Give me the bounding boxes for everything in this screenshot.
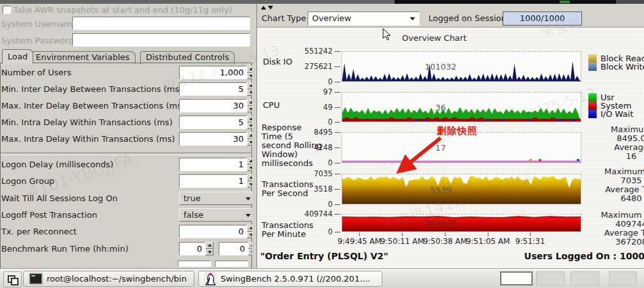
response-time-stats: Maximum8495.0Average16 — [589, 125, 644, 161]
splitter-collapse-down-icon[interactable] — [268, 6, 273, 10]
chart-type-label: Chart Type — [262, 13, 306, 23]
tpm-y-axis: 4097440 — [290, 214, 338, 232]
legend-label: I/O Wait — [601, 109, 633, 119]
stat-line: 367208 — [589, 238, 644, 246]
chart-label-disk-io: Disk IO — [263, 57, 292, 66]
x-axis-label: 9:50:38 AM — [423, 237, 467, 246]
field-label: Max. Intra Delay Within Transactions (ms… — [1, 134, 175, 144]
tab-label: Environment Variables — [36, 52, 130, 62]
field-label: Number of Users — [1, 68, 71, 77]
stat-line: 6480 — [589, 194, 644, 203]
system-password-input[interactable] — [72, 33, 250, 47]
field-label: Logon Group — [1, 176, 54, 186]
show-desktop-button[interactable] — [3, 271, 22, 287]
chart-type-combo[interactable]: Overview — [308, 11, 420, 26]
run-time-hours-spinner[interactable] — [205, 242, 214, 255]
taskbar-item-swingbench[interactable]: SwingBench 2.5.0.971 (//200.201.... — [198, 271, 382, 287]
window-edge-green-fragment — [560, 1, 570, 3]
charts-panel: Chart Type Overview Logged on Sessions 1… — [256, 4, 644, 268]
y-tick-label: 0 — [328, 118, 333, 126]
users-logged-on: Users Logged On : 1000 — [524, 251, 644, 261]
tx-per-reconnect-spinner[interactable] — [247, 225, 252, 238]
chevron-down-icon — [246, 197, 251, 201]
combo-value: false — [184, 210, 203, 220]
system-username-label: System Username — [1, 19, 77, 29]
stat-line: 409744 — [589, 220, 644, 229]
windows-icon — [11, 278, 19, 285]
wait-till-all-sessions-combo[interactable]: true — [179, 192, 252, 205]
logon-group-input[interactable] — [179, 174, 247, 188]
workspace-1-button[interactable] — [500, 271, 533, 285]
y-tick-label: 8495 — [314, 128, 333, 136]
awr-snapshots-checkbox[interactable] — [3, 6, 11, 14]
form-row-logoff-post-tx: Logoff Post Transaction false — [1, 208, 251, 223]
terminal-icon — [29, 273, 43, 285]
taskbar-item-terminal[interactable]: root@localhost:~/swingbench/bin — [23, 271, 194, 287]
workspace-2-button[interactable] — [536, 271, 565, 285]
min-inter-delay-input[interactable] — [179, 82, 247, 96]
max-intra-delay-spinner[interactable] — [247, 132, 252, 146]
block-write-swatch — [588, 63, 597, 71]
logon-delay-input[interactable] — [179, 158, 247, 171]
combo-value: true — [184, 193, 201, 203]
x-axis-label: 9:51:05 AM — [466, 237, 510, 246]
chevron-down-icon — [246, 214, 251, 217]
splitter-collapse-up-icon[interactable] — [261, 6, 266, 10]
tpm-stats: Maximum TPM409744Average TPM367208 — [589, 211, 644, 246]
logged-on-sessions-value: 1000/1000 — [503, 11, 582, 26]
y-tick-label: 275621 — [304, 63, 333, 70]
min-intra-delay-spinner[interactable] — [247, 116, 252, 129]
field-label: Benchmark Run Time (hh:min) — [1, 244, 129, 254]
y-tick-label: 97 — [323, 88, 333, 96]
min-inter-delay-spinner[interactable] — [247, 82, 252, 96]
run-time-minutes-input[interactable] — [219, 242, 248, 255]
chevron-down-icon — [410, 17, 415, 20]
max-inter-delay-input[interactable] — [179, 99, 247, 112]
workspace-3-button[interactable] — [570, 271, 599, 285]
annotation-arrow — [388, 133, 459, 181]
y-tick-label: 0 — [328, 159, 333, 167]
tps-y-axis: 703535180 — [290, 174, 338, 204]
min-intra-delay-input[interactable] — [179, 116, 247, 129]
load-config-panel: Take AWR snapshots at start and end (10g… — [0, 4, 252, 268]
y-tick-label: 409744 — [304, 210, 333, 218]
tps-current-value: 5539 — [342, 185, 540, 195]
y-tick-label: 3518 — [314, 185, 333, 193]
logon-group-spinner[interactable] — [247, 174, 252, 188]
stat-line: Average — [589, 143, 644, 152]
screen: Take AWR snapshots at start and end (10g… — [0, 0, 644, 288]
tab-distributed-controls[interactable]: Distributed Controls — [140, 51, 235, 64]
y-tick-label: 0 — [328, 228, 333, 236]
field-label: Logon Delay (milliseconds) — [1, 160, 113, 169]
y-tick-label: 7035 — [314, 170, 333, 178]
tab-environment-variables[interactable]: Environment Variables — [30, 51, 136, 64]
form-row-benchmark-run-time: Benchmark Run Time (hh:min) — [1, 241, 251, 257]
tab-load[interactable]: Load — [2, 49, 33, 64]
field-label: Tx. per Reconnect — [1, 227, 77, 236]
max-inter-delay-spinner[interactable] — [247, 99, 252, 112]
system-username-input[interactable] — [72, 17, 250, 30]
workspace-4-button[interactable] — [609, 271, 637, 285]
run-time-hours-input[interactable] — [179, 242, 205, 255]
logon-delay-spinner[interactable] — [247, 158, 252, 171]
stat-line: Maximum — [589, 125, 644, 134]
panel-splitter[interactable] — [252, 4, 256, 268]
taskbar: root@localhost:~/swingbench/bin SwingBen… — [0, 268, 644, 288]
form-row-min-intra-delay: Min. Intra Delay Within Transactions (ms… — [1, 115, 251, 130]
y-tick-label: 0 — [328, 201, 333, 208]
stat-line: Average TPS — [589, 185, 644, 194]
max-intra-delay-input[interactable] — [179, 132, 247, 146]
logoff-post-transaction-combo[interactable]: false — [179, 208, 252, 222]
clipped-field — [215, 261, 248, 267]
form-row-tx-per-reconnect: Tx. per Reconnect — [1, 224, 251, 239]
field-label: Min. Intra Delay Within Transactions (ms… — [1, 117, 173, 127]
form-row-logon-delay: Logon Delay (milliseconds) — [1, 157, 251, 172]
tx-per-reconnect-input[interactable] — [179, 225, 247, 238]
taskbar-item-label: root@localhost:~/swingbench/bin — [47, 274, 187, 284]
cpu-current-value: 36 — [342, 103, 540, 112]
number-of-users-spinner[interactable] — [247, 66, 252, 79]
io-wait-swatch — [588, 110, 597, 118]
stat-line: 16 — [589, 152, 644, 161]
field-label: Wait Till All Sessions Log On — [1, 193, 118, 203]
number-of-users-input[interactable] — [179, 66, 247, 79]
